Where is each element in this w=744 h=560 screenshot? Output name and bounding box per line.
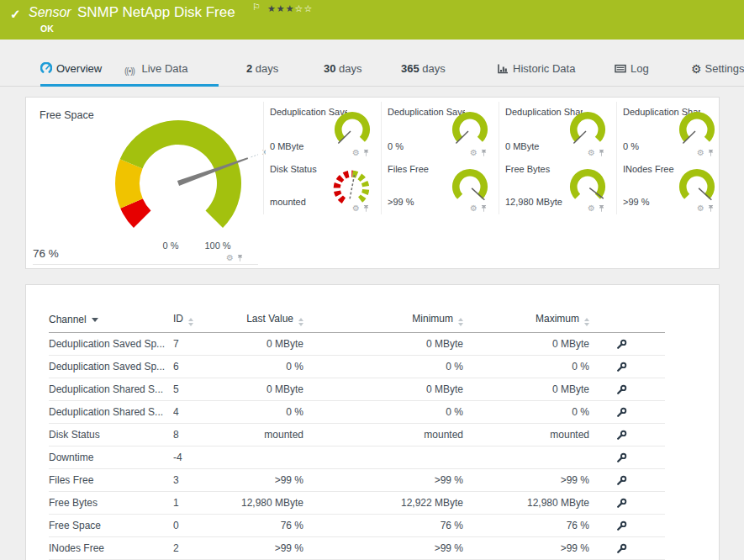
cell-channel: Deduplication Shared S... <box>49 400 173 423</box>
mini-gauge-value: 12,980 MByte <box>505 197 562 207</box>
pin-icon[interactable] <box>480 204 488 213</box>
cell-id: 0 <box>173 514 236 536</box>
tab-live-data[interactable]: ((•)) Live Data <box>124 62 187 76</box>
cell-last-value: 0 MByte <box>236 378 303 400</box>
table-row: Free Space076 %76 %76 % <box>49 514 665 536</box>
cell-channel: Free Bytes <box>49 491 173 514</box>
tab-settings[interactable]: ⚙Settings <box>691 62 744 76</box>
tab-2-days[interactable]: 2 days <box>246 62 278 75</box>
wrench-icon[interactable] <box>616 362 627 372</box>
pin-icon[interactable] <box>598 204 605 213</box>
mini-gauge-value: 0 MByte <box>270 141 303 151</box>
mini-gauge-cell[interactable]: Files Free >99 % ⚙ <box>381 159 492 214</box>
cell-last-value: 76 % <box>236 514 303 536</box>
cell-actions <box>589 400 665 423</box>
cell-minimum: 76 % <box>303 514 463 536</box>
table-header-row: Channel ID Last Value Minimum Maximum <box>49 307 665 332</box>
cell-id: 7 <box>173 332 236 355</box>
free-space-gauge[interactable]: x <box>98 113 266 251</box>
gear-icon[interactable]: ⚙ <box>588 204 595 213</box>
cell-maximum: 0 % <box>463 355 589 378</box>
pin-icon[interactable] <box>480 149 488 157</box>
mini-gauge-value: mounted <box>270 197 306 207</box>
disk-status-gauge <box>331 166 372 207</box>
gear-icon[interactable]: ⚙ <box>226 254 234 262</box>
mini-gauge-cell[interactable]: Free Bytes 12,980 MByte ⚙ <box>499 159 609 214</box>
tab-365-days[interactable]: 365 days <box>401 62 446 75</box>
gear-icon[interactable]: ⚙ <box>588 149 595 157</box>
tab-overview[interactable]: Overview <box>40 62 102 75</box>
gear-icon[interactable]: ⚙ <box>470 204 478 213</box>
gear-icon[interactable]: ⚙ <box>352 204 360 213</box>
gear-icon[interactable]: ⚙ <box>697 204 704 213</box>
main-gauge-title: Free Space <box>40 109 94 121</box>
cell-id: 3 <box>173 468 236 491</box>
wrench-icon[interactable] <box>616 407 627 418</box>
pin-icon[interactable] <box>707 204 715 213</box>
sort-icon <box>298 318 303 326</box>
priority-flag-icon[interactable]: ⚐ <box>252 2 261 13</box>
gear-icon[interactable]: ⚙ <box>352 149 360 157</box>
tab-log[interactable]: Log <box>615 62 649 75</box>
cell-last-value: 12,980 MByte <box>236 491 303 514</box>
cell-channel: Free Space <box>49 514 173 536</box>
cell-id: 5 <box>173 378 236 400</box>
mini-gauge-cell[interactable]: Deduplication Shared ... 0 % ⚙ <box>616 102 719 159</box>
priority-stars[interactable]: ★★★☆☆ <box>267 3 313 14</box>
mini-gauge <box>333 109 372 148</box>
column-header-maximum[interactable]: Maximum <box>463 307 589 332</box>
gauges-panel: Free Space x 0 % 100 % 76 % ⚙ Deduplicat… <box>25 97 720 269</box>
mini-gauge-value: 0 MByte <box>505 141 539 151</box>
mini-gauge-cell[interactable]: Deduplication Saved S... 0 MByte ⚙ <box>263 102 374 159</box>
stars-empty[interactable]: ☆☆ <box>295 3 314 13</box>
gear-icon: ⚙ <box>691 62 702 76</box>
mini-gauge-cell[interactable]: Deduplication Shared ... 0 MByte ⚙ <box>499 102 609 159</box>
column-header-id[interactable]: ID <box>173 307 236 332</box>
wrench-icon[interactable] <box>616 452 627 463</box>
table-row: Files Free3>99 %>99 %>99 % <box>49 468 665 491</box>
tab-historic-data[interactable]: Historic Data <box>498 62 575 75</box>
mini-gauge-value: 0 % <box>623 141 639 151</box>
wrench-icon[interactable] <box>616 520 627 531</box>
table-row: Deduplication Saved Sp...70 MByte0 MByte… <box>49 332 665 355</box>
page-title: SNMP NetApp Disk Free <box>77 4 235 21</box>
mini-gauge-cell[interactable]: Disk Status mounted ⚙ <box>263 159 374 214</box>
cell-channel: Disk Status <box>49 423 173 446</box>
wrench-icon[interactable] <box>616 498 627 509</box>
cell-last-value: >99 % <box>236 468 303 491</box>
historic-data-icon <box>498 63 509 74</box>
cell-id: 4 <box>173 400 236 423</box>
cell-last-value: mounted <box>236 423 303 446</box>
mini-gauge <box>451 166 489 205</box>
wrench-icon[interactable] <box>616 384 627 395</box>
wrench-icon[interactable] <box>616 339 627 350</box>
pin-icon[interactable] <box>598 149 605 157</box>
tab-30-days[interactable]: 30 days <box>324 62 362 75</box>
pin-icon[interactable] <box>362 149 370 157</box>
stars-filled[interactable]: ★★★ <box>267 3 295 13</box>
gauge-max-label: 100 % <box>196 240 240 251</box>
wrench-icon[interactable] <box>616 475 627 486</box>
cell-channel: Files Free <box>49 468 173 491</box>
column-header-minimum[interactable]: Minimum <box>303 307 463 332</box>
cell-maximum: >99 % <box>463 468 589 491</box>
cell-maximum: 0 MByte <box>463 332 589 355</box>
mini-gauge-cell[interactable]: Deduplication Saved S... 0 % ⚙ <box>381 102 492 159</box>
pin-icon[interactable] <box>362 204 370 213</box>
mini-gauge-value: >99 % <box>623 197 650 207</box>
pin-icon[interactable] <box>236 254 244 262</box>
pin-icon[interactable] <box>707 149 715 157</box>
gear-icon[interactable]: ⚙ <box>697 149 704 157</box>
cell-minimum: 12,922 MByte <box>303 491 463 514</box>
column-header-channel[interactable]: Channel <box>49 307 173 332</box>
cell-actions <box>589 423 665 446</box>
mini-gauge-cell[interactable]: INodes Free >99 % ⚙ <box>616 159 719 214</box>
cell-actions <box>589 378 665 400</box>
mini-gauge <box>568 166 607 205</box>
cell-last-value: 0 MByte <box>236 332 303 355</box>
gear-icon[interactable]: ⚙ <box>470 149 478 157</box>
wrench-icon[interactable] <box>616 543 627 554</box>
column-header-last-value[interactable]: Last Value <box>236 307 303 332</box>
active-tab-underline <box>40 84 219 87</box>
wrench-icon[interactable] <box>616 430 627 441</box>
